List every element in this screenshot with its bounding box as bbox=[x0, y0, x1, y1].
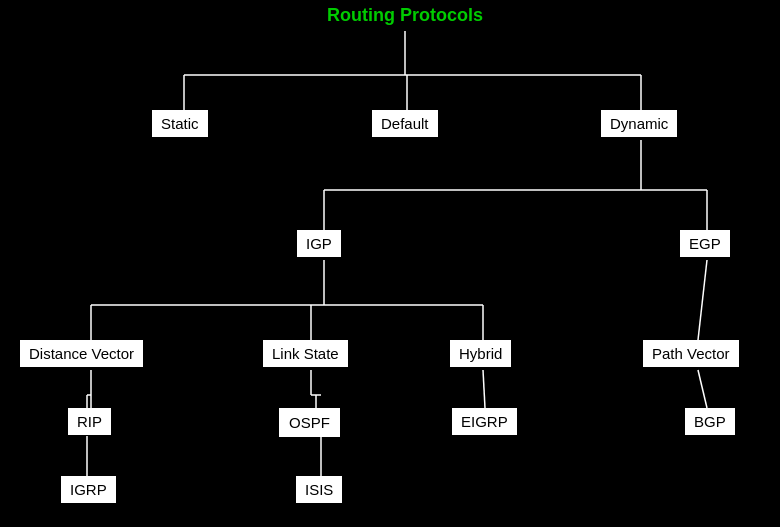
dynamic-node: Dynamic bbox=[601, 110, 677, 137]
svg-line-24 bbox=[483, 370, 485, 408]
rip-node: RIP bbox=[68, 408, 111, 435]
default-node: Default bbox=[372, 110, 438, 137]
igp-node: IGP bbox=[297, 230, 341, 257]
ospf-node: OSPF bbox=[279, 408, 340, 437]
isis-node: ISIS bbox=[296, 476, 342, 503]
lines-svg bbox=[0, 0, 780, 527]
diagram: Routing Protocols Static Default Dynamic… bbox=[0, 0, 780, 527]
path-vector-node: Path Vector bbox=[643, 340, 739, 367]
title-node: Routing Protocols bbox=[297, 5, 513, 26]
hybrid-node: Hybrid bbox=[450, 340, 511, 367]
svg-line-25 bbox=[698, 370, 707, 408]
bgp-node: BGP bbox=[685, 408, 735, 435]
eigrp-node: EIGRP bbox=[452, 408, 517, 435]
static-node: Static bbox=[152, 110, 208, 137]
link-state-node: Link State bbox=[263, 340, 348, 367]
distance-vector-node: Distance Vector bbox=[20, 340, 143, 367]
svg-line-14 bbox=[698, 260, 707, 340]
igrp-node: IGRP bbox=[61, 476, 116, 503]
egp-node: EGP bbox=[680, 230, 730, 257]
